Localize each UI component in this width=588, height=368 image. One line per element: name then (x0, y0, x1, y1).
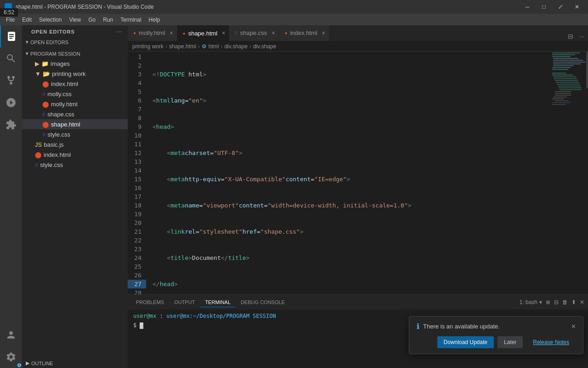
file-style-css-2[interactable]: # style.css (22, 160, 128, 170)
filename: style.css (47, 131, 70, 138)
tab-close-index[interactable]: × (322, 30, 325, 36)
tab-shape-html[interactable]: ● shape.html × (177, 25, 230, 41)
filename: molly.css (47, 91, 71, 98)
update-buttons: Download Update Later Release Notes (417, 336, 576, 348)
activity-debug[interactable] (0, 92, 22, 114)
folder-open-icon: ▼ (35, 70, 41, 77)
menu-run[interactable]: Run (99, 16, 117, 24)
panel-tab-terminal[interactable]: TERMINAL (200, 298, 235, 307)
terminal-selector[interactable]: 1: bash ▾ (520, 299, 542, 305)
panel-tabs-left: PROBLEMS OUTPUT TERMINAL DEBUG CONSOLE (131, 298, 289, 307)
breadcrumb-html[interactable]: html (209, 43, 219, 50)
breadcrumb-div-shape-2[interactable]: div.shape (253, 43, 276, 50)
tab-molly-html[interactable]: ● molly.html × (128, 25, 177, 41)
more-actions-icon[interactable]: ··· (577, 32, 586, 41)
tabs-right-icons: ⊟ ··· (566, 32, 588, 41)
tabs-container: ● molly.html × ● shape.html × # shape.cs… (128, 25, 588, 41)
close-panel-icon[interactable]: ✕ (580, 299, 584, 305)
restore-button[interactable]: □ (537, 2, 550, 12)
breadcrumb-div-shape-1[interactable]: div.shape (224, 43, 247, 50)
file-index-html-2[interactable]: ⬤ index.html (22, 150, 128, 160)
program-session-section: ▾ PROGRAM SESSION ▶ 📁 images ▼ 📂 printin… (22, 48, 128, 171)
svg-rect-13 (554, 78, 577, 79)
filename: basic.js (44, 141, 63, 148)
panel-tab-problems[interactable]: PROBLEMS (131, 298, 169, 307)
activity-account[interactable] (0, 324, 22, 346)
menu-view[interactable]: View (65, 16, 85, 24)
tab-close-molly[interactable]: × (170, 30, 173, 36)
breadcrumb-shape-html[interactable]: shape.html (169, 43, 196, 50)
svg-rect-12 (553, 76, 576, 77)
file-molly-css[interactable]: # molly.css (22, 89, 128, 99)
tab-file-icon: ● (284, 30, 287, 35)
menu-go[interactable]: Go (85, 16, 99, 24)
menu-edit[interactable]: Edit (18, 16, 35, 24)
later-button[interactable]: Later (498, 336, 523, 348)
split-terminal-icon[interactable]: ⊟ (554, 299, 559, 305)
filename: shape.css (47, 111, 74, 118)
activity-source-control[interactable] (0, 69, 22, 92)
folder-images[interactable]: ▶ 📁 images (22, 58, 128, 69)
file-basic-js[interactable]: JS basic.js (22, 139, 128, 150)
activity-settings[interactable]: 1 (0, 346, 22, 368)
terminal-label: 1: bash (520, 299, 537, 305)
open-editors-header[interactable]: ▾ OPEN EDITORS (22, 37, 128, 47)
file-style-css-1[interactable]: # style.css (22, 129, 128, 139)
html-file-icon: ⬤ (35, 151, 42, 158)
svg-rect-7 (553, 65, 574, 66)
panel-tab-output[interactable]: OUTPUT (170, 298, 199, 307)
svg-rect-15 (556, 82, 579, 83)
filename: index.html (44, 151, 71, 158)
outline-section: ▶ OUTLINE (22, 358, 128, 368)
svg-rect-23 (553, 97, 567, 98)
maximize-button[interactable]: ⤢ (554, 2, 567, 12)
svg-rect-19 (560, 89, 582, 90)
activity-extensions[interactable] (0, 114, 22, 136)
css-file-icon: # (42, 91, 45, 98)
maximize-panel-icon[interactable]: ⬆ (571, 299, 576, 305)
menu-terminal[interactable]: Terminal (117, 16, 145, 24)
close-button[interactable]: ✕ (571, 2, 583, 12)
file-shape-html[interactable]: ⬤ shape.html (22, 119, 128, 129)
svg-rect-25 (555, 100, 569, 101)
release-notes-button[interactable]: Release Notes (526, 336, 576, 348)
breadcrumb-printing-work[interactable]: printing work (132, 43, 164, 50)
minimize-button[interactable]: ─ (521, 2, 534, 12)
filename: molly.html (51, 101, 78, 108)
outline-header[interactable]: ▶ OUTLINE (22, 358, 128, 368)
trash-terminal-icon[interactable]: 🗑 (562, 299, 568, 305)
panel-tab-debug[interactable]: DEBUG CONSOLE (236, 298, 289, 307)
split-editor-icon[interactable]: ⊟ (566, 32, 575, 41)
time-display: 6:52 (0, 8, 18, 17)
menu-file[interactable]: File (2, 16, 18, 24)
tab-close-shape-css[interactable]: × (271, 30, 275, 36)
tab-shape-css[interactable]: # shape.css × (229, 25, 279, 41)
terminal-colon: : (160, 313, 163, 319)
file-index-html-1[interactable]: ⬤ index.html (22, 79, 128, 89)
file-shape-css[interactable]: # shape.css (22, 109, 128, 119)
code-editor[interactable]: <!DOCTYPE html> <html lang="en"> <head> … (151, 52, 551, 294)
open-editors-section: ▾ OPEN EDITORS (22, 36, 128, 48)
code-line-3: <head> (151, 122, 551, 131)
sidebar-menu-icon[interactable]: ··· (117, 29, 122, 34)
add-terminal-icon[interactable]: ⊕ (546, 299, 550, 305)
title-bar-controls[interactable]: ─ □ ⤢ ✕ (521, 2, 583, 12)
tab-index-html[interactable]: ● index.html × (279, 25, 329, 41)
menu-selection[interactable]: Selection (35, 16, 65, 24)
svg-rect-14 (555, 80, 578, 81)
folder-printing-work[interactable]: ▼ 📂 printing work (22, 69, 128, 79)
update-close-button[interactable]: × (571, 322, 576, 331)
program-session-header[interactable]: ▾ PROGRAM SESSION (22, 49, 128, 58)
activity-explorer[interactable] (0, 25, 22, 47)
menu-bar: File Edit Selection View Go Run Terminal… (0, 14, 588, 25)
svg-rect-26 (552, 102, 571, 103)
menu-help[interactable]: Help (145, 16, 164, 24)
svg-rect-2 (552, 56, 571, 57)
file-molly-html[interactable]: ⬤ molly.html (22, 99, 128, 109)
activity-search[interactable] (0, 47, 22, 69)
editor-scroll-area[interactable]: 12345 678910 1112131415 1617181920 21222… (128, 52, 551, 294)
filename: index.html (51, 80, 78, 87)
download-update-button[interactable]: Download Update (437, 336, 494, 348)
tab-close-shape[interactable]: × (222, 30, 225, 36)
code-line-1: <!DOCTYPE html> (151, 70, 551, 79)
